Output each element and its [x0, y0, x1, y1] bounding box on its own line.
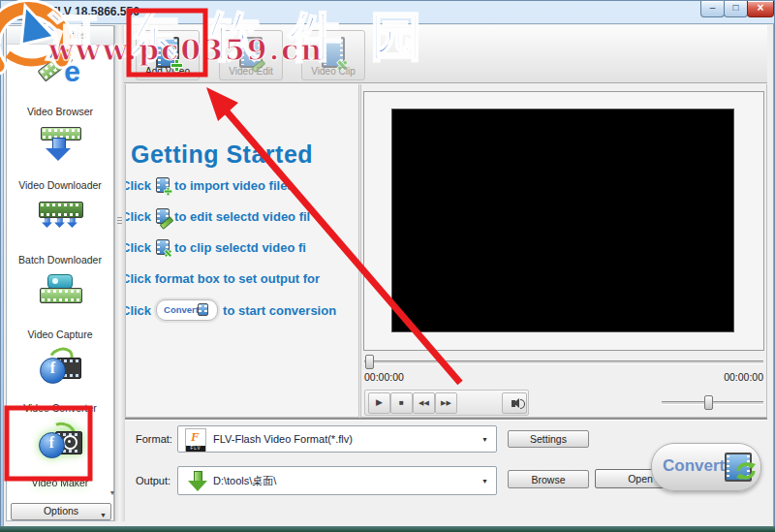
getting-started-step: Clickto edit selectd video fil [125, 208, 310, 224]
flv-f-glyph: F [191, 429, 200, 445]
next-button[interactable]: ▶▶ [435, 392, 457, 414]
seek-bar[interactable] [364, 360, 763, 364]
import-video-icon [156, 177, 170, 193]
chevron-down-icon: ▼ [100, 508, 107, 522]
flv-format-icon: F FLV [185, 428, 206, 453]
flv-icon-text: FLV [186, 446, 205, 452]
sidebar-item-label: Video Converter [7, 402, 113, 414]
chevron-down-icon: ▼ [481, 478, 488, 485]
sidebar-item-video-maker[interactable]: Video Maker [7, 422, 113, 490]
stop-icon: ■ [399, 398, 404, 407]
maximize-icon: □ [732, 2, 738, 13]
format-dropdown[interactable]: F FLV FLV-Flash Video Format(*.flv) ▼ [177, 425, 497, 453]
getting-started-step: ClickConvertto start conversion [125, 299, 336, 321]
step-text: to import video files [174, 178, 294, 193]
step-text: Click format box to set output for [125, 271, 320, 286]
window-title: GetFLV 18.5866.556 [31, 5, 140, 18]
sidebar-item-video-capture[interactable]: Video Capture [7, 274, 113, 342]
getting-started-step: Click format box to set output for [125, 271, 320, 286]
sidebar: FLV Utilities e Video Browser Video Down… [6, 25, 114, 521]
getflv-window: GetFLV 18.5866.556 – □ × FLV Utilities e… [0, 0, 775, 532]
getting-started-title: Getting Started [131, 141, 313, 169]
step-text: Click [125, 209, 151, 224]
convert-film-icon [198, 303, 208, 316]
convert-pill-label: Convert [164, 304, 199, 315]
options-label: Options [44, 505, 78, 516]
getting-started-step: Clickto clip selectd video fi [125, 239, 306, 255]
sidebar-item-batch-downloader[interactable]: Batch Downloader [7, 200, 113, 267]
step-text: to start conversion [223, 303, 336, 318]
sidebar-item-label: Video Downloader [7, 179, 113, 191]
elapsed-time: 00:00:00 [364, 371, 404, 383]
video-display [391, 109, 734, 332]
video-clip-icon [322, 37, 345, 68]
speaker-icon [512, 400, 515, 407]
previous-icon: ◀◀ [418, 399, 429, 406]
splitter-grip[interactable] [117, 217, 122, 226]
toolbar: Add Video Video Edit Video Clip [124, 25, 767, 83]
settings-button[interactable]: Settings [508, 430, 589, 448]
refresh-arrows-icon [733, 459, 759, 483]
step-text: to clip selectd video fi [174, 240, 306, 255]
sidebar-item-video-downloader[interactable]: Video Downloader [7, 125, 113, 193]
volume-thumb[interactable] [704, 395, 713, 410]
video-edit-icon [239, 37, 263, 68]
video-edit-label: Video Edit [220, 66, 282, 77]
step-text: Click [125, 178, 151, 193]
video-converter-icon [37, 348, 83, 392]
clip-video-icon [156, 239, 170, 255]
sidebar-group-header[interactable]: FLV Utilities [7, 26, 113, 45]
sidebar-item-video-browser[interactable]: e Video Browser [7, 51, 113, 119]
format-label: Format: [136, 433, 172, 445]
close-button[interactable]: × [747, 1, 774, 17]
minimize-button[interactable]: – [700, 1, 725, 17]
sidebar-item-video-converter[interactable]: Video Converter [7, 348, 113, 416]
options-button[interactable]: Options ▼ [11, 503, 111, 520]
seek-thumb[interactable] [365, 355, 374, 369]
output-dropdown[interactable]: D:\tools\桌面\ ▼ [177, 466, 497, 495]
step-text: to edit selectd video fil [174, 209, 310, 224]
video-clip-label: Video Clip [302, 66, 364, 77]
getting-started-step: Clickto import video files [125, 177, 294, 193]
minimize-icon: – [710, 2, 716, 13]
close-icon: × [757, 1, 763, 15]
stop-button[interactable]: ■ [390, 392, 413, 414]
batch-downloader-icon [37, 200, 83, 244]
total-time: 00:00:00 [666, 371, 763, 383]
video-maker-icon [37, 422, 83, 467]
video-downloader-icon [37, 125, 83, 170]
browse-button[interactable]: Browse [508, 470, 589, 488]
add-video-label: Add Video [137, 66, 199, 77]
title-bar[interactable]: GetFLV 18.5866.556 – □ × [0, 0, 775, 23]
add-video-button[interactable]: Add Video [136, 30, 200, 80]
window-bottom-frame [0, 526, 775, 532]
sidebar-splitter[interactable] [114, 25, 125, 521]
convert-pill: Convert [156, 299, 218, 321]
convert-label: Convert [663, 456, 725, 476]
play-button[interactable]: ▶ [368, 392, 390, 414]
step-text: Click [125, 303, 151, 318]
chevron-down-icon: ▼ [481, 436, 488, 443]
edit-video-icon [156, 208, 170, 224]
format-value: FLV-Flash Video Format(*.flv) [213, 433, 353, 445]
playback-controls: ▶ ■ ◀◀ ▶▶ [364, 390, 529, 416]
getting-started-panel: Getting Started Clickto import video fil… [125, 84, 359, 418]
output-label: Output: [136, 475, 170, 486]
sidebar-item-label: Video Maker [7, 477, 113, 488]
video-capture-icon [37, 274, 83, 319]
video-edit-button[interactable]: Video Edit [219, 30, 283, 80]
output-folder-icon [188, 471, 207, 492]
convert-button[interactable]: Convert [651, 443, 761, 491]
maximize-button[interactable]: □ [724, 1, 748, 17]
step-text: Click [125, 240, 151, 255]
output-value: D:\tools\桌面\ [213, 474, 276, 488]
bottom-separator [125, 418, 767, 421]
add-video-icon [156, 37, 179, 68]
previous-button[interactable]: ◀◀ [413, 392, 435, 414]
next-icon: ▶▶ [441, 399, 451, 406]
mute-button[interactable] [502, 392, 527, 414]
video-browser-icon: e [37, 51, 83, 96]
video-clip-button[interactable]: Video Clip [301, 30, 365, 80]
sidebar-item-label: Video Browser [7, 106, 113, 117]
sidebar-item-label: Batch Downloader [7, 254, 113, 266]
